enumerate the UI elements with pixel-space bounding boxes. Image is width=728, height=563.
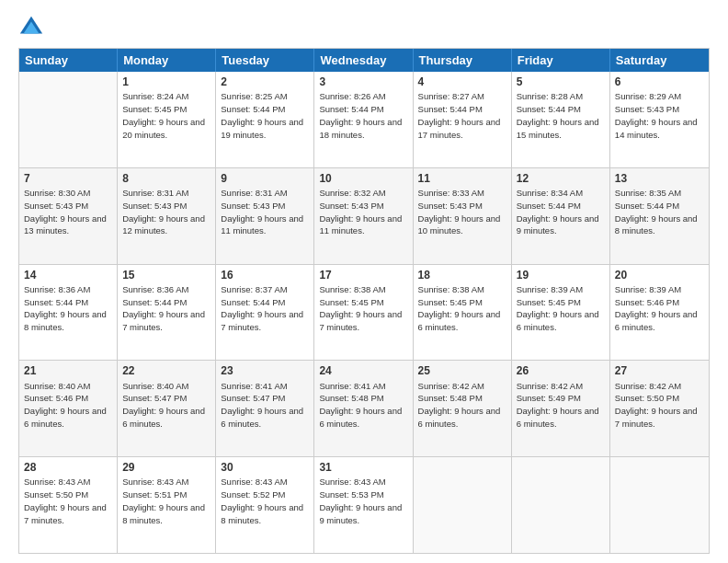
day-cell-22: 22Sunrise: 8:40 AM Sunset: 5:47 PM Dayli… [118, 361, 216, 456]
day-number: 10 [319, 171, 407, 186]
day-info: Sunrise: 8:43 AM Sunset: 5:53 PM Dayligh… [319, 477, 402, 524]
day-number: 16 [221, 268, 309, 282]
header-cell-friday: Friday [512, 49, 610, 72]
day-number: 19 [517, 268, 605, 282]
day-info: Sunrise: 8:32 AM Sunset: 5:43 PM Dayligh… [319, 188, 402, 236]
day-number: 5 [517, 75, 605, 89]
day-number: 6 [615, 75, 704, 89]
calendar-row-0: 1Sunrise: 8:24 AM Sunset: 5:45 PM Daylig… [19, 72, 709, 168]
day-cell-28: 28Sunrise: 8:43 AM Sunset: 5:50 PM Dayli… [19, 457, 118, 553]
day-info: Sunrise: 8:31 AM Sunset: 5:43 PM Dayligh… [122, 188, 205, 236]
calendar-row-3: 21Sunrise: 8:40 AM Sunset: 5:46 PM Dayli… [19, 361, 709, 457]
day-number: 7 [24, 171, 112, 186]
day-info: Sunrise: 8:43 AM Sunset: 5:52 PM Dayligh… [221, 477, 303, 524]
day-cell-1: 1Sunrise: 8:24 AM Sunset: 5:45 PM Daylig… [118, 72, 216, 167]
day-cell-3: 3Sunrise: 8:26 AM Sunset: 5:44 PM Daylig… [314, 72, 413, 167]
day-cell-18: 18Sunrise: 8:38 AM Sunset: 5:45 PM Dayli… [414, 265, 512, 361]
day-cell-5: 5Sunrise: 8:28 AM Sunset: 5:44 PM Daylig… [512, 72, 610, 167]
day-number: 20 [615, 268, 704, 282]
day-info: Sunrise: 8:31 AM Sunset: 5:43 PM Dayligh… [221, 188, 303, 236]
day-info: Sunrise: 8:29 AM Sunset: 5:43 PM Dayligh… [615, 91, 698, 139]
day-info: Sunrise: 8:42 AM Sunset: 5:49 PM Dayligh… [517, 381, 599, 429]
day-info: Sunrise: 8:38 AM Sunset: 5:45 PM Dayligh… [319, 284, 402, 332]
day-number: 27 [615, 363, 704, 378]
header-cell-saturday: Saturday [610, 49, 709, 72]
day-info: Sunrise: 8:40 AM Sunset: 5:47 PM Dayligh… [122, 381, 205, 429]
header [18, 15, 710, 40]
day-cell-26: 26Sunrise: 8:42 AM Sunset: 5:49 PM Dayli… [512, 361, 610, 456]
day-info: Sunrise: 8:35 AM Sunset: 5:44 PM Dayligh… [615, 188, 698, 236]
day-info: Sunrise: 8:42 AM Sunset: 5:48 PM Dayligh… [418, 381, 501, 429]
day-info: Sunrise: 8:39 AM Sunset: 5:45 PM Dayligh… [517, 284, 599, 332]
day-cell-17: 17Sunrise: 8:38 AM Sunset: 5:45 PM Dayli… [314, 265, 413, 361]
day-cell-2: 2Sunrise: 8:25 AM Sunset: 5:44 PM Daylig… [216, 72, 314, 167]
calendar-row-4: 28Sunrise: 8:43 AM Sunset: 5:50 PM Dayli… [19, 457, 709, 553]
day-cell-13: 13Sunrise: 8:35 AM Sunset: 5:44 PM Dayli… [610, 168, 709, 264]
header-cell-sunday: Sunday [19, 49, 118, 72]
day-cell-empty-4-6 [610, 457, 709, 553]
day-info: Sunrise: 8:41 AM Sunset: 5:47 PM Dayligh… [221, 381, 303, 429]
day-number: 4 [418, 75, 506, 89]
day-info: Sunrise: 8:34 AM Sunset: 5:44 PM Dayligh… [517, 188, 599, 236]
day-number: 29 [122, 460, 210, 475]
day-cell-19: 19Sunrise: 8:39 AM Sunset: 5:45 PM Dayli… [512, 265, 610, 361]
day-info: Sunrise: 8:26 AM Sunset: 5:44 PM Dayligh… [319, 91, 402, 139]
day-number: 3 [319, 75, 407, 89]
day-number: 14 [24, 268, 112, 282]
day-info: Sunrise: 8:37 AM Sunset: 5:44 PM Dayligh… [221, 284, 303, 332]
calendar: SundayMondayTuesdayWednesdayThursdayFrid… [18, 48, 710, 554]
day-number: 11 [418, 171, 506, 186]
day-cell-6: 6Sunrise: 8:29 AM Sunset: 5:43 PM Daylig… [610, 72, 709, 167]
day-info: Sunrise: 8:43 AM Sunset: 5:50 PM Dayligh… [24, 477, 107, 524]
calendar-header: SundayMondayTuesdayWednesdayThursdayFrid… [19, 49, 709, 72]
day-number: 17 [319, 268, 407, 282]
day-info: Sunrise: 8:24 AM Sunset: 5:45 PM Dayligh… [122, 91, 205, 139]
day-cell-empty-4-4 [414, 457, 512, 553]
day-info: Sunrise: 8:28 AM Sunset: 5:44 PM Dayligh… [517, 91, 599, 139]
day-number: 28 [24, 460, 112, 475]
page: SundayMondayTuesdayWednesdayThursdayFrid… [0, 0, 728, 563]
day-info: Sunrise: 8:36 AM Sunset: 5:44 PM Dayligh… [122, 284, 205, 332]
day-info: Sunrise: 8:27 AM Sunset: 5:44 PM Dayligh… [418, 91, 501, 139]
day-cell-11: 11Sunrise: 8:33 AM Sunset: 5:43 PM Dayli… [414, 168, 512, 264]
day-number: 21 [24, 363, 112, 378]
calendar-row-1: 7Sunrise: 8:30 AM Sunset: 5:43 PM Daylig… [19, 168, 709, 265]
day-cell-16: 16Sunrise: 8:37 AM Sunset: 5:44 PM Dayli… [216, 265, 314, 361]
day-cell-25: 25Sunrise: 8:42 AM Sunset: 5:48 PM Dayli… [414, 361, 512, 456]
day-info: Sunrise: 8:33 AM Sunset: 5:43 PM Dayligh… [418, 188, 501, 236]
day-info: Sunrise: 8:36 AM Sunset: 5:44 PM Dayligh… [24, 284, 107, 332]
day-info: Sunrise: 8:41 AM Sunset: 5:48 PM Dayligh… [319, 381, 402, 429]
day-cell-21: 21Sunrise: 8:40 AM Sunset: 5:46 PM Dayli… [19, 361, 118, 456]
day-cell-8: 8Sunrise: 8:31 AM Sunset: 5:43 PM Daylig… [118, 168, 216, 264]
day-number: 13 [615, 171, 704, 186]
day-number: 1 [122, 75, 210, 89]
day-number: 9 [221, 171, 309, 186]
header-cell-thursday: Thursday [414, 49, 512, 72]
day-cell-27: 27Sunrise: 8:42 AM Sunset: 5:50 PM Dayli… [610, 361, 709, 456]
day-info: Sunrise: 8:39 AM Sunset: 5:46 PM Dayligh… [615, 284, 698, 332]
day-number: 23 [221, 363, 309, 378]
day-cell-14: 14Sunrise: 8:36 AM Sunset: 5:44 PM Dayli… [19, 265, 118, 361]
day-cell-30: 30Sunrise: 8:43 AM Sunset: 5:52 PM Dayli… [216, 457, 314, 553]
day-cell-empty-0-0 [19, 72, 118, 167]
header-cell-wednesday: Wednesday [314, 49, 413, 72]
day-number: 8 [122, 171, 210, 186]
day-number: 31 [319, 460, 407, 475]
day-cell-31: 31Sunrise: 8:43 AM Sunset: 5:53 PM Dayli… [314, 457, 413, 553]
calendar-row-2: 14Sunrise: 8:36 AM Sunset: 5:44 PM Dayli… [19, 265, 709, 362]
day-cell-12: 12Sunrise: 8:34 AM Sunset: 5:44 PM Dayli… [512, 168, 610, 264]
day-number: 12 [517, 171, 605, 186]
day-number: 15 [122, 268, 210, 282]
day-cell-24: 24Sunrise: 8:41 AM Sunset: 5:48 PM Dayli… [314, 361, 413, 456]
day-number: 2 [221, 75, 309, 89]
logo-icon [18, 15, 44, 40]
day-number: 26 [517, 363, 605, 378]
day-cell-9: 9Sunrise: 8:31 AM Sunset: 5:43 PM Daylig… [216, 168, 314, 264]
day-number: 30 [221, 460, 309, 475]
day-cell-4: 4Sunrise: 8:27 AM Sunset: 5:44 PM Daylig… [414, 72, 512, 167]
day-info: Sunrise: 8:38 AM Sunset: 5:45 PM Dayligh… [418, 284, 501, 332]
header-cell-monday: Monday [118, 49, 216, 72]
day-number: 18 [418, 268, 506, 282]
day-cell-7: 7Sunrise: 8:30 AM Sunset: 5:43 PM Daylig… [19, 168, 118, 264]
day-cell-15: 15Sunrise: 8:36 AM Sunset: 5:44 PM Dayli… [118, 265, 216, 361]
